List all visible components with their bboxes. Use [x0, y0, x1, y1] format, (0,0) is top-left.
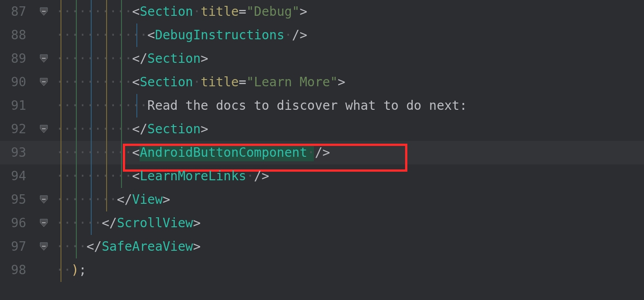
indent-whitespace: ·········· [56, 122, 132, 136]
token-tag: LearnMoreLinks [140, 169, 246, 183]
line-number: 89 [0, 47, 32, 70]
token-punct: /> [292, 28, 308, 42]
token-tag: Section [147, 122, 201, 136]
token-punct: </ [132, 51, 148, 66]
token-tag: Section [140, 4, 193, 19]
token-punct: </ [132, 122, 148, 136]
fold-collapse-icon[interactable] [38, 241, 49, 252]
fold-collapse-icon[interactable] [38, 194, 49, 205]
code-text[interactable]: ········</View> [56, 188, 644, 211]
token-tag: View [132, 192, 163, 207]
token-whitespace: · [285, 28, 292, 42]
fold-gutter[interactable] [32, 0, 56, 23]
indent-whitespace: ·· [56, 262, 71, 277]
token-punct: < [132, 4, 140, 19]
line-number: 96 [0, 211, 32, 235]
code-line-89[interactable]: 89 ··········</Section> [0, 47, 644, 70]
fold-gutter [32, 164, 56, 188]
code-text[interactable]: ··········</Section> [56, 117, 644, 141]
indent-whitespace: ·········· [56, 169, 132, 183]
code-text[interactable]: ············Read the docs to discover wh… [56, 94, 644, 117]
code-text[interactable]: ··········<Section·title="Debug"> [56, 0, 644, 23]
token-whitespace: · [193, 4, 201, 19]
fold-gutter[interactable] [32, 117, 56, 141]
line-number: 87 [0, 0, 32, 23]
code-text[interactable]: ····</SafeAreaView> [56, 235, 644, 258]
indent-whitespace: ······ [56, 216, 102, 230]
token-punct: </ [117, 192, 132, 207]
token-punct: > [201, 51, 208, 66]
fold-collapse-icon[interactable] [38, 77, 49, 88]
line-number: 92 [0, 117, 32, 141]
code-text[interactable]: ··········<AndroidButtonComponent·/> [56, 141, 644, 164]
indent-whitespace: ·········· [56, 145, 132, 160]
fold-collapse-icon[interactable] [38, 218, 49, 229]
indent-whitespace: ·········· [56, 4, 132, 19]
code-text[interactable]: ··); [56, 258, 644, 282]
token-punct: > [299, 4, 307, 19]
code-line-97[interactable]: 97 ····</SafeAreaView> [0, 235, 644, 258]
token-punct: < [132, 145, 140, 160]
indent-whitespace: ············ [56, 28, 147, 42]
line-number: 90 [0, 70, 32, 94]
code-text[interactable]: ··········<Section·title="Learn More"> [56, 70, 644, 94]
code-line-95[interactable]: 95 ········</View> [0, 188, 644, 211]
code-line-93[interactable]: 93··········<AndroidButtonComponent·/> [0, 141, 644, 164]
token-punct: < [132, 169, 140, 183]
token-punct: > [193, 239, 201, 254]
token-whitespace: · [193, 75, 201, 89]
token-bracket: ) [71, 262, 79, 277]
token-tag: Section [140, 75, 193, 89]
code-text[interactable]: ······</ScrollView> [56, 211, 644, 235]
fold-gutter[interactable] [32, 235, 56, 258]
line-number: 98 [0, 258, 32, 282]
svg-rect-1 [42, 58, 46, 59]
fold-gutter[interactable] [32, 47, 56, 70]
indent-whitespace: ············ [56, 98, 147, 113]
token-punct: < [132, 75, 140, 89]
token-text: Read the docs to discover what to do nex… [147, 98, 467, 113]
token-punct: </ [102, 216, 117, 230]
indent-whitespace: ········ [56, 192, 117, 207]
fold-gutter[interactable] [32, 188, 56, 211]
token-punct: </ [86, 239, 102, 254]
code-text[interactable]: ··········<LearnMoreLinks·/> [56, 164, 644, 188]
code-line-96[interactable]: 96 ······</ScrollView> [0, 211, 644, 235]
fold-gutter[interactable] [32, 70, 56, 94]
fold-gutter[interactable] [32, 211, 56, 235]
token-tag: AndroidButtonComponent [140, 145, 307, 160]
fold-collapse-icon[interactable] [38, 53, 49, 64]
fold-collapse-icon[interactable] [38, 124, 49, 135]
svg-rect-2 [42, 81, 46, 82]
token-punct: = [239, 75, 247, 89]
fold-collapse-icon[interactable] [38, 6, 49, 17]
token-tag: DebugInstructions [155, 28, 285, 42]
code-line-92[interactable]: 92 ··········</Section> [0, 117, 644, 141]
svg-rect-5 [42, 222, 46, 223]
token-punct: /> [254, 169, 269, 183]
token-punct: ; [79, 262, 87, 277]
token-whitespace: · [307, 145, 315, 160]
line-number: 94 [0, 164, 32, 188]
indent-whitespace: ···· [56, 239, 86, 254]
code-line-88[interactable]: 88············<DebugInstructions·/> [0, 23, 644, 47]
token-punct: > [338, 75, 345, 89]
token-punct: > [193, 216, 201, 230]
svg-rect-3 [42, 128, 46, 129]
code-line-91[interactable]: 91············Read the docs to discover … [0, 94, 644, 117]
token-tag: Section [147, 51, 201, 66]
code-line-98[interactable]: 98··); [0, 258, 644, 282]
token-whitespace: · [246, 169, 254, 183]
code-text[interactable]: ············<DebugInstructions·/> [56, 23, 644, 47]
code-line-90[interactable]: 90 ··········<Section·title="Learn More"… [0, 70, 644, 94]
line-number: 93 [0, 141, 32, 164]
code-line-87[interactable]: 87 ··········<Section·title="Debug"> [0, 0, 644, 23]
token-string: "Debug" [246, 4, 299, 19]
code-editor[interactable]: 87 ··········<Section·title="Debug">88··… [0, 0, 644, 300]
token-punct: < [147, 28, 155, 42]
token-punct: > [163, 192, 170, 207]
indent-whitespace: ·········· [56, 75, 132, 89]
line-number: 88 [0, 23, 32, 47]
code-line-94[interactable]: 94··········<LearnMoreLinks·/> [0, 164, 644, 188]
code-text[interactable]: ··········</Section> [56, 47, 644, 70]
